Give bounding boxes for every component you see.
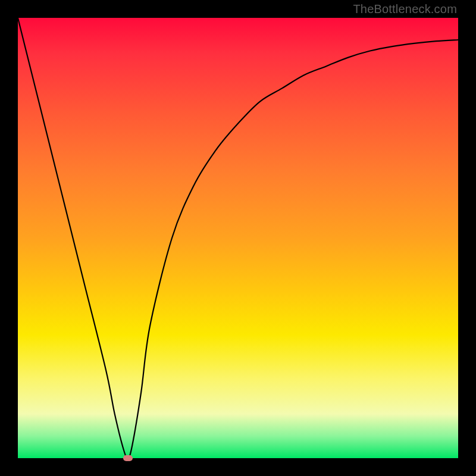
- bottleneck-curve: [18, 18, 458, 458]
- watermark-text: TheBottleneck.com: [353, 2, 457, 16]
- plot-area: [18, 18, 458, 458]
- minimum-marker: [123, 455, 133, 461]
- chart-frame: TheBottleneck.com: [0, 0, 476, 476]
